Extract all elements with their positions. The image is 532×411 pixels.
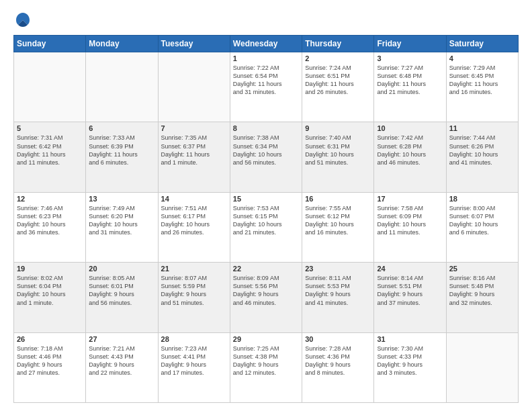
day-number: 28: [161, 335, 227, 343]
calendar-cell: 14Sunrise: 7:51 AM Sunset: 6:17 PM Dayli…: [158, 192, 230, 262]
day-number: 25: [449, 265, 515, 273]
calendar-cell: 21Sunrise: 8:07 AM Sunset: 5:59 PM Dayli…: [158, 263, 230, 332]
weekday-header-saturday: Saturday: [446, 36, 518, 52]
calendar-cell: 8Sunrise: 7:38 AM Sunset: 6:34 PM Daylig…: [230, 122, 302, 192]
logo: [13, 11, 35, 30]
day-number: 11: [449, 124, 515, 132]
day-number: 22: [233, 265, 299, 273]
day-number: 27: [89, 335, 154, 343]
day-number: 21: [161, 265, 227, 273]
day-info: Sunrise: 8:00 AM Sunset: 6:07 PM Dayligh…: [449, 204, 515, 237]
calendar-cell: 20Sunrise: 8:05 AM Sunset: 6:01 PM Dayli…: [86, 263, 158, 332]
day-number: 15: [233, 195, 299, 203]
calendar-cell: 25Sunrise: 8:16 AM Sunset: 5:48 PM Dayli…: [446, 263, 518, 332]
calendar-week-row: 1Sunrise: 7:22 AM Sunset: 6:54 PM Daylig…: [14, 52, 519, 122]
day-info: Sunrise: 7:30 AM Sunset: 4:33 PM Dayligh…: [377, 345, 443, 377]
calendar-week-row: 26Sunrise: 7:18 AM Sunset: 4:46 PM Dayli…: [14, 332, 519, 402]
day-number: 3: [377, 54, 443, 62]
day-number: 17: [377, 195, 443, 203]
header: [13, 11, 519, 30]
day-info: Sunrise: 7:18 AM Sunset: 4:46 PM Dayligh…: [17, 345, 83, 377]
day-number: 4: [449, 54, 515, 62]
day-info: Sunrise: 7:55 AM Sunset: 6:12 PM Dayligh…: [305, 204, 371, 237]
calendar-cell: [158, 52, 230, 122]
calendar-cell: 3Sunrise: 7:27 AM Sunset: 6:48 PM Daylig…: [374, 52, 446, 122]
calendar-cell: 27Sunrise: 7:21 AM Sunset: 4:43 PM Dayli…: [86, 332, 158, 402]
calendar-cell: 9Sunrise: 7:40 AM Sunset: 6:31 PM Daylig…: [302, 122, 374, 192]
calendar-cell: 2Sunrise: 7:24 AM Sunset: 6:51 PM Daylig…: [302, 52, 374, 122]
day-info: Sunrise: 7:44 AM Sunset: 6:26 PM Dayligh…: [449, 134, 515, 167]
day-info: Sunrise: 7:25 AM Sunset: 4:38 PM Dayligh…: [233, 345, 299, 377]
calendar-cell: 13Sunrise: 7:49 AM Sunset: 6:20 PM Dayli…: [86, 192, 158, 262]
day-info: Sunrise: 8:14 AM Sunset: 5:51 PM Dayligh…: [377, 274, 443, 307]
day-info: Sunrise: 7:46 AM Sunset: 6:23 PM Dayligh…: [17, 204, 83, 237]
day-info: Sunrise: 7:49 AM Sunset: 6:20 PM Dayligh…: [89, 204, 154, 237]
calendar-cell: [86, 52, 158, 122]
day-number: 1: [233, 54, 299, 62]
calendar-week-row: 12Sunrise: 7:46 AM Sunset: 6:23 PM Dayli…: [14, 192, 519, 262]
calendar-cell: [14, 52, 86, 122]
day-info: Sunrise: 8:11 AM Sunset: 5:53 PM Dayligh…: [305, 274, 371, 307]
day-number: 12: [17, 195, 83, 203]
day-number: 14: [161, 195, 227, 203]
day-number: 24: [377, 265, 443, 273]
day-number: 26: [17, 335, 83, 343]
day-number: 2: [305, 54, 371, 62]
calendar-cell: 18Sunrise: 8:00 AM Sunset: 6:07 PM Dayli…: [446, 192, 518, 262]
calendar-cell: 17Sunrise: 7:58 AM Sunset: 6:09 PM Dayli…: [374, 192, 446, 262]
day-number: 5: [17, 124, 83, 132]
calendar-table: SundayMondayTuesdayWednesdayThursdayFrid…: [13, 35, 519, 403]
day-info: Sunrise: 7:23 AM Sunset: 4:41 PM Dayligh…: [161, 345, 227, 377]
calendar-cell: 5Sunrise: 7:31 AM Sunset: 6:42 PM Daylig…: [14, 122, 86, 192]
day-number: 23: [305, 265, 371, 273]
calendar-week-row: 19Sunrise: 8:02 AM Sunset: 6:04 PM Dayli…: [14, 263, 519, 332]
calendar-cell: [446, 332, 518, 402]
day-info: Sunrise: 7:29 AM Sunset: 6:45 PM Dayligh…: [449, 64, 515, 97]
day-info: Sunrise: 7:31 AM Sunset: 6:42 PM Dayligh…: [17, 134, 83, 167]
calendar-cell: 16Sunrise: 7:55 AM Sunset: 6:12 PM Dayli…: [302, 192, 374, 262]
day-info: Sunrise: 7:33 AM Sunset: 6:39 PM Dayligh…: [89, 134, 154, 167]
day-number: 31: [377, 335, 443, 343]
weekday-header-sunday: Sunday: [14, 36, 86, 52]
day-info: Sunrise: 8:09 AM Sunset: 5:56 PM Dayligh…: [233, 274, 299, 307]
calendar-cell: 23Sunrise: 8:11 AM Sunset: 5:53 PM Dayli…: [302, 263, 374, 332]
weekday-header-row: SundayMondayTuesdayWednesdayThursdayFrid…: [14, 36, 519, 52]
day-number: 8: [233, 124, 299, 132]
day-info: Sunrise: 8:02 AM Sunset: 6:04 PM Dayligh…: [17, 274, 83, 307]
calendar-cell: 4Sunrise: 7:29 AM Sunset: 6:45 PM Daylig…: [446, 52, 518, 122]
calendar-cell: 29Sunrise: 7:25 AM Sunset: 4:38 PM Dayli…: [230, 332, 302, 402]
day-info: Sunrise: 7:38 AM Sunset: 6:34 PM Dayligh…: [233, 134, 299, 167]
calendar-cell: 19Sunrise: 8:02 AM Sunset: 6:04 PM Dayli…: [14, 263, 86, 332]
day-number: 20: [89, 265, 154, 273]
day-number: 6: [89, 124, 154, 132]
calendar-cell: 1Sunrise: 7:22 AM Sunset: 6:54 PM Daylig…: [230, 52, 302, 122]
day-info: Sunrise: 7:21 AM Sunset: 4:43 PM Dayligh…: [89, 345, 154, 377]
calendar-cell: 26Sunrise: 7:18 AM Sunset: 4:46 PM Dayli…: [14, 332, 86, 402]
day-info: Sunrise: 7:40 AM Sunset: 6:31 PM Dayligh…: [305, 134, 371, 167]
day-number: 10: [377, 124, 443, 132]
day-number: 29: [233, 335, 299, 343]
day-info: Sunrise: 7:27 AM Sunset: 6:48 PM Dayligh…: [377, 64, 443, 97]
calendar-cell: 11Sunrise: 7:44 AM Sunset: 6:26 PM Dayli…: [446, 122, 518, 192]
day-info: Sunrise: 8:16 AM Sunset: 5:48 PM Dayligh…: [449, 274, 515, 307]
calendar-cell: 31Sunrise: 7:30 AM Sunset: 4:33 PM Dayli…: [374, 332, 446, 402]
day-info: Sunrise: 7:53 AM Sunset: 6:15 PM Dayligh…: [233, 204, 299, 237]
day-info: Sunrise: 7:51 AM Sunset: 6:17 PM Dayligh…: [161, 204, 227, 237]
day-number: 18: [449, 195, 515, 203]
day-info: Sunrise: 7:35 AM Sunset: 6:37 PM Dayligh…: [161, 134, 227, 167]
day-info: Sunrise: 7:22 AM Sunset: 6:54 PM Dayligh…: [233, 64, 299, 97]
calendar-cell: 6Sunrise: 7:33 AM Sunset: 6:39 PM Daylig…: [86, 122, 158, 192]
calendar-week-row: 5Sunrise: 7:31 AM Sunset: 6:42 PM Daylig…: [14, 122, 519, 192]
day-info: Sunrise: 8:07 AM Sunset: 5:59 PM Dayligh…: [161, 274, 227, 307]
calendar-cell: 30Sunrise: 7:28 AM Sunset: 4:36 PM Dayli…: [302, 332, 374, 402]
day-info: Sunrise: 7:28 AM Sunset: 4:36 PM Dayligh…: [305, 345, 371, 377]
weekday-header-tuesday: Tuesday: [158, 36, 230, 52]
calendar-cell: 7Sunrise: 7:35 AM Sunset: 6:37 PM Daylig…: [158, 122, 230, 192]
calendar-cell: 15Sunrise: 7:53 AM Sunset: 6:15 PM Dayli…: [230, 192, 302, 262]
weekday-header-friday: Friday: [374, 36, 446, 52]
weekday-header-monday: Monday: [86, 36, 158, 52]
day-info: Sunrise: 7:24 AM Sunset: 6:51 PM Dayligh…: [305, 64, 371, 97]
logo-icon: [13, 11, 32, 30]
day-number: 13: [89, 195, 154, 203]
day-number: 9: [305, 124, 371, 132]
